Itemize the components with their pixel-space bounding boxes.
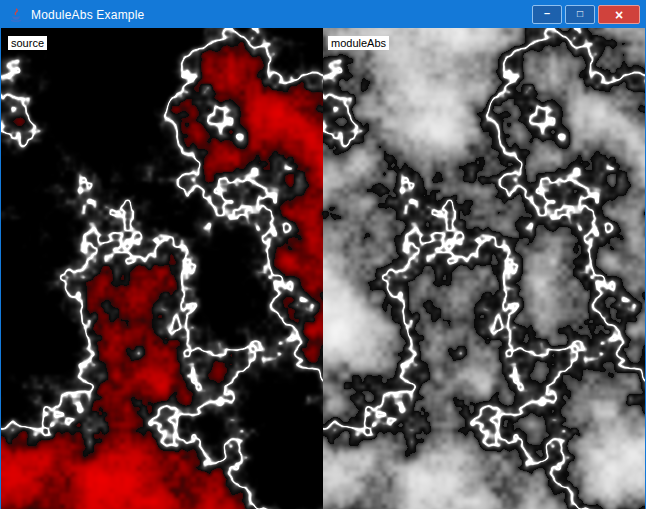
close-button[interactable]: ×: [598, 5, 640, 24]
panel-label-source: source: [8, 36, 47, 50]
maximize-icon: □: [577, 9, 583, 19]
app-window: ModuleAbs Example – □ × source moduleAbs: [0, 0, 646, 509]
close-icon: ×: [615, 8, 623, 22]
minimize-icon: –: [544, 8, 550, 19]
panel-label-moduleabs: moduleAbs: [328, 36, 389, 50]
titlebar[interactable]: ModuleAbs Example – □ ×: [1, 1, 645, 28]
maximize-button[interactable]: □: [565, 5, 595, 24]
window-title: ModuleAbs Example: [31, 8, 144, 22]
noise-canvas: [1, 28, 645, 509]
minimize-button[interactable]: –: [532, 5, 562, 24]
window-content: source moduleAbs: [1, 28, 645, 509]
java-app-icon: [8, 7, 24, 23]
window-controls: – □ ×: [532, 5, 640, 24]
